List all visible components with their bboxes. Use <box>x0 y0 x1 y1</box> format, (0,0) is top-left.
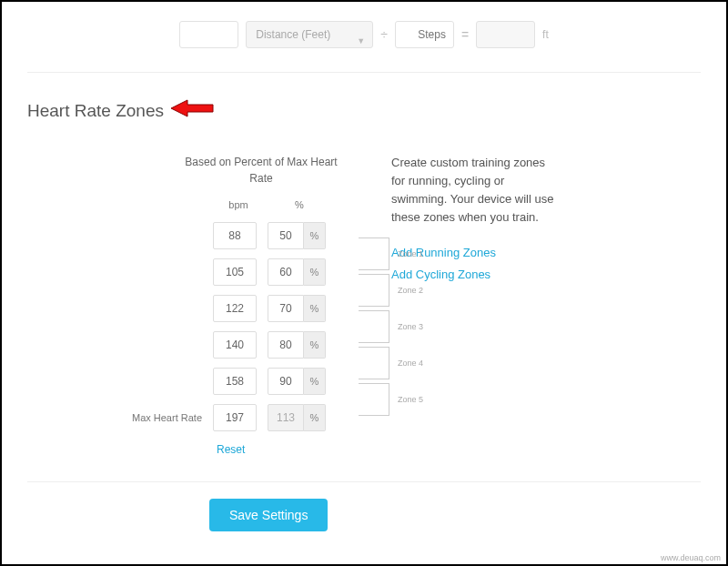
stride-calc-row: Distance (Feet) ÷ = ft <box>27 18 701 73</box>
zone1-bpm-input[interactable]: 88 <box>213 222 257 249</box>
steps-input[interactable] <box>395 21 454 48</box>
svg-marker-0 <box>171 100 213 116</box>
unit-label: ft <box>542 28 549 41</box>
custom-zones-desc: Create custom training zones for running… <box>391 154 555 227</box>
zone4-label: Zone 4 <box>398 359 423 368</box>
save-settings-button[interactable]: Save Settings <box>209 499 328 531</box>
watermark: www.deuaq.com <box>661 553 721 562</box>
zone5-label: Zone 5 <box>398 395 423 404</box>
zone-row: 105 60% Zone 2 <box>118 254 355 290</box>
zone2-label: Zone 2 <box>398 286 423 295</box>
reset-link[interactable]: Reset <box>217 443 355 456</box>
pct-symbol: % <box>304 222 326 249</box>
zone1-pct-input[interactable]: 50 <box>268 222 304 249</box>
zone-row: 122 70% Zone 3 <box>118 290 355 327</box>
zone2-bpm-input[interactable]: 105 <box>213 258 257 286</box>
arrow-icon <box>171 98 215 123</box>
zone3-label: Zone 3 <box>398 322 423 331</box>
zone-row: 158 90% Zone 5 <box>118 363 355 399</box>
zone4-bpm-input[interactable]: 140 <box>213 331 257 359</box>
zone1-label: Zone 1 <box>398 249 423 258</box>
max-hr-label: Max Heart Rate <box>118 412 202 423</box>
zones-subtitle: Based on Percent of Max Heart Rate <box>175 154 348 187</box>
zone5-bpm-input[interactable]: 158 <box>213 368 257 395</box>
divide-symbol: ÷ <box>380 27 388 42</box>
zone2-pct-input[interactable]: 60 <box>268 258 304 286</box>
zone-row: 140 80% Zone 4 <box>118 327 355 363</box>
distance-unit-select[interactable]: Distance (Feet) <box>246 21 373 48</box>
max-hr-pct: 113 <box>268 404 304 431</box>
max-hr-row: Max Heart Rate 197 113% <box>118 399 355 436</box>
zone3-pct-input[interactable]: 70 <box>268 295 304 322</box>
zone5-pct-input[interactable]: 90 <box>268 368 304 395</box>
add-cycling-zones-link[interactable]: Add Cycling Zones <box>391 266 555 284</box>
zone4-pct-input[interactable]: 80 <box>268 331 304 359</box>
zone3-bpm-input[interactable]: 122 <box>213 295 257 322</box>
max-hr-bpm-input[interactable]: 197 <box>213 404 257 431</box>
equals-symbol: = <box>461 27 469 42</box>
distance-value-input[interactable] <box>179 21 238 48</box>
col-header-pct: % <box>273 199 326 210</box>
col-header-bpm: bpm <box>217 199 260 210</box>
zone-row: 88 50% Zone 1 <box>118 217 355 254</box>
stride-result <box>476 21 535 48</box>
heart-rate-zones-title: Heart Rate Zones <box>27 98 701 123</box>
